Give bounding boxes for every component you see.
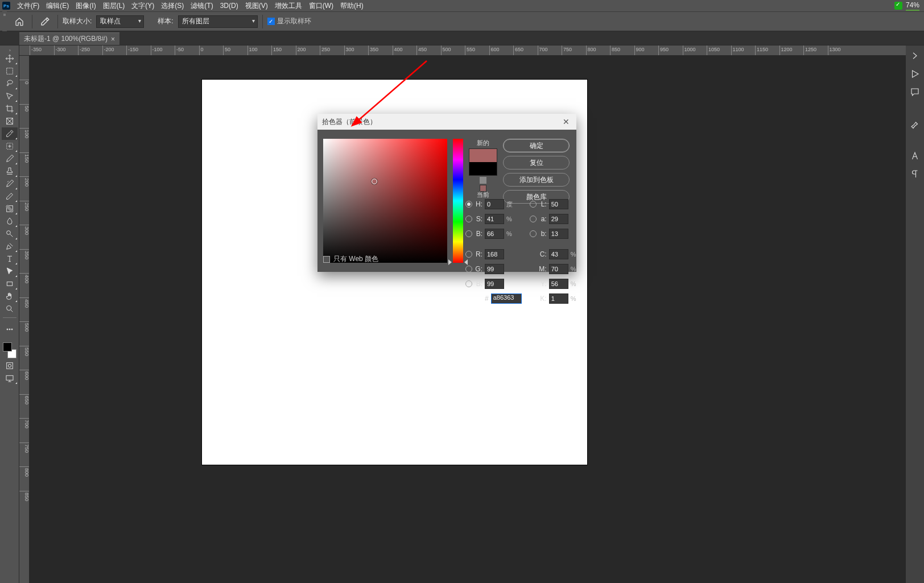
lab-b-radio[interactable] [530, 230, 537, 237]
dialog-titlebar[interactable]: 拾色器（前景色） ✕ [317, 114, 576, 130]
quick-select-tool[interactable] [2, 90, 18, 102]
paragraph-panel-icon[interactable] [909, 168, 921, 180]
menu-type[interactable]: 文字(Y) [128, 0, 158, 11]
play-icon[interactable] [909, 68, 921, 80]
frame-tool[interactable] [2, 115, 18, 127]
bv-radio[interactable] [465, 230, 472, 237]
b-input[interactable]: 99 [485, 279, 504, 289]
hex-label: # [485, 295, 489, 303]
svg-rect-12 [6, 375, 13, 380]
document-tab[interactable]: 未标题-1 @ 100%(RGB/8#) × [19, 32, 119, 45]
move-tool[interactable] [2, 52, 18, 65]
menu-file[interactable]: 文件(F) [14, 0, 43, 11]
zoom-tool[interactable] [2, 303, 18, 315]
lab-b-label: b: [539, 230, 547, 238]
hand-tool[interactable] [2, 290, 18, 303]
eyedropper-tool-icon[interactable] [37, 15, 53, 28]
menu-window[interactable]: 窗口(W) [306, 0, 337, 11]
sample-dropdown[interactable]: 所有图层 [178, 15, 258, 28]
stamp-tool[interactable] [2, 165, 18, 177]
m-label: M: [539, 265, 547, 273]
menu-view[interactable]: 视图(V) [242, 0, 271, 11]
blur-tool[interactable] [2, 215, 18, 228]
svg-rect-0 [6, 68, 13, 75]
comment-icon[interactable] [909, 86, 921, 98]
home-button[interactable] [11, 15, 27, 28]
l-input[interactable]: 50 [549, 199, 568, 209]
svg-point-6 [6, 306, 11, 311]
b-radio[interactable] [465, 280, 472, 287]
s-input[interactable]: 41 [485, 214, 504, 224]
path-select-tool[interactable] [2, 265, 18, 278]
k-unit: % [571, 295, 579, 302]
pen-tool[interactable] [2, 240, 18, 253]
hex-input[interactable]: a86363 [491, 293, 522, 304]
tools-panel [0, 46, 19, 583]
m-input[interactable]: 70 [549, 264, 568, 274]
ok-button[interactable]: 确定 [503, 139, 570, 152]
edit-toolbar[interactable] [2, 323, 18, 336]
foreground-color-swatch[interactable] [3, 342, 12, 352]
screen-mode-tool[interactable] [2, 372, 18, 384]
h-input[interactable]: 0 [485, 199, 504, 209]
reset-button[interactable]: 复位 [503, 156, 570, 169]
l-radio[interactable] [530, 201, 537, 208]
expand-panels-icon[interactable] [909, 50, 921, 61]
current-color-swatch[interactable] [469, 162, 497, 175]
quick-mask-tool[interactable] [2, 359, 18, 372]
menu-plugins[interactable]: 增效工具 [271, 0, 306, 11]
gradient-tool[interactable] [2, 202, 18, 215]
menu-layer[interactable]: 图层(L) [100, 0, 129, 11]
show-ring-checkbox[interactable]: ✓ [267, 18, 275, 25]
character-panel-icon[interactable] [909, 150, 921, 162]
c-input[interactable]: 43 [549, 249, 568, 259]
a-radio[interactable] [530, 216, 537, 222]
dodge-tool[interactable] [2, 228, 18, 240]
menu-select[interactable]: 选择(S) [158, 0, 187, 11]
a-input[interactable]: 29 [549, 214, 568, 224]
color-picker-dialog: 拾色器（前景色） ✕ 新的 当前 确定 复位 [317, 114, 576, 272]
lab-b-input[interactable]: 13 [549, 229, 568, 239]
crop-tool[interactable] [2, 102, 18, 115]
marquee-tool[interactable] [2, 65, 18, 77]
bv-input[interactable]: 66 [485, 229, 504, 239]
k-input[interactable]: 1 [549, 293, 568, 304]
a-label: a: [539, 215, 547, 223]
svg-point-7 [7, 329, 8, 330]
brush-tool[interactable] [2, 152, 18, 165]
menu-image[interactable]: 图像(I) [72, 0, 99, 11]
collapse-icon[interactable] [0, 48, 19, 52]
menu-help[interactable]: 帮助(H) [337, 0, 367, 11]
y-unit: % [571, 280, 579, 287]
lasso-tool[interactable] [2, 77, 18, 90]
menu-3d[interactable]: 3D(D) [217, 0, 242, 11]
y-input[interactable]: 56 [549, 279, 568, 289]
h-label: H: [475, 200, 482, 208]
close-icon[interactable]: ✕ [560, 117, 572, 126]
menu-filter[interactable]: 滤镜(T) [187, 0, 216, 11]
s-radio[interactable] [465, 216, 472, 222]
rectangle-tool[interactable] [2, 278, 18, 290]
history-brush-tool[interactable] [2, 177, 18, 190]
add-swatch-button[interactable]: 添加到色板 [503, 173, 570, 187]
close-tab-icon[interactable]: × [111, 35, 115, 43]
g-input[interactable]: 99 [485, 264, 504, 274]
grip-icon [2, 11, 7, 31]
menu-edit[interactable]: 编辑(E) [43, 0, 72, 11]
brush-panel-icon[interactable] [909, 118, 921, 130]
healing-tool[interactable] [2, 140, 18, 152]
foreground-background-colors[interactable] [2, 341, 18, 359]
hue-slider[interactable] [453, 139, 463, 263]
r-input[interactable]: 168 [485, 249, 504, 259]
web-only-checkbox[interactable] [323, 256, 330, 263]
gamut-warning-icon[interactable] [480, 177, 486, 184]
saturation-value-picker[interactable] [323, 139, 447, 263]
type-tool[interactable] [2, 253, 18, 265]
r-radio[interactable] [465, 251, 472, 258]
eyedropper-tool[interactable] [2, 127, 18, 140]
g-radio[interactable] [465, 266, 472, 272]
h-radio[interactable] [465, 201, 472, 208]
sample-size-dropdown[interactable]: 取样点 [96, 15, 144, 28]
eraser-tool[interactable] [2, 190, 18, 202]
color-swatch [469, 148, 497, 176]
